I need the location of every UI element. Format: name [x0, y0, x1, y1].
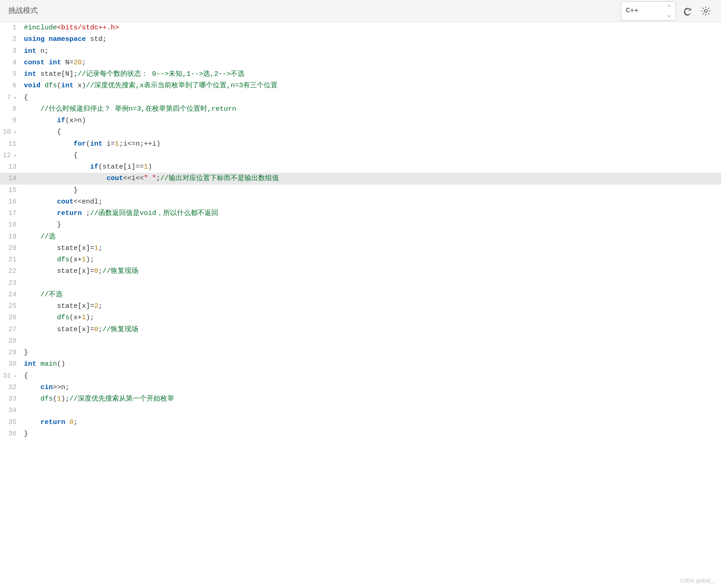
line-number: 14 — [0, 173, 22, 184]
table-row: 5int state[N];//记录每个数的状态： 0-->未知,1-->选,2… — [0, 68, 721, 80]
table-row: 3int n; — [0, 45, 721, 57]
line-content: } — [22, 347, 721, 358]
line-content: #include<bits/stdc++.h> — [22, 22, 721, 34]
settings-button[interactable] — [699, 4, 713, 18]
svg-point-0 — [704, 10, 707, 12]
table-row: 17 return ;//函数返回值是void，所以什么都不返回 — [0, 208, 721, 219]
line-number: 32 — [0, 382, 22, 393]
fold-arrow-icon[interactable]: ▾ — [11, 374, 17, 379]
language-label: C++ — [626, 7, 638, 15]
line-number: 7 ▾ — [0, 92, 22, 103]
line-content: //不选 — [22, 289, 721, 300]
line-content: for(int i=1;i<=n;++i) — [22, 138, 721, 150]
line-content: int state[N];//记录每个数的状态： 0-->未知,1-->选,2-… — [22, 68, 721, 80]
line-number: 15 — [0, 185, 22, 196]
line-number: 22 — [0, 266, 22, 277]
line-number: 34 — [0, 405, 22, 416]
table-row: 32 cin>>n; — [0, 382, 721, 393]
line-content: int n; — [22, 45, 721, 57]
line-number: 6 — [0, 80, 22, 91]
table-row: 12 ▾ { — [0, 150, 721, 161]
fold-arrow-icon[interactable]: ▾ — [11, 153, 17, 158]
line-content: if(state[i]==1) — [22, 161, 721, 173]
line-content — [22, 405, 721, 416]
line-number: 16 — [0, 196, 22, 208]
fold-arrow-icon[interactable]: ▾ — [11, 130, 17, 135]
line-number: 5 — [0, 68, 22, 80]
refresh-button[interactable] — [681, 4, 694, 18]
line-number: 28 — [0, 335, 22, 347]
table-row: 1#include<bits/stdc++.h> — [0, 22, 721, 34]
line-number: 9 — [0, 115, 22, 126]
line-number: 13 — [0, 161, 22, 173]
line-number: 36 — [0, 428, 22, 440]
line-number: 10 ▾ — [0, 126, 22, 138]
table-row: 22 state[x]=0;//恢复现场 — [0, 266, 721, 277]
chevron-icon: ⌃⌄ — [667, 4, 671, 18]
code-table: 1#include<bits/stdc++.h>2using namespace… — [0, 22, 721, 440]
line-number: 18 — [0, 219, 22, 231]
line-content: if(x>n) — [22, 115, 721, 126]
line-content: return 0; — [22, 417, 721, 428]
table-row: 10 ▾ { — [0, 126, 721, 138]
line-content: state[x]=0;//恢复现场 — [22, 266, 721, 277]
line-content: dfs(1);//深度优先搜索从第一个开始枚举 — [22, 393, 721, 405]
language-selector[interactable]: C++ ⌃⌄ — [621, 1, 676, 21]
table-row: 11 for(int i=1;i<=n;++i) — [0, 138, 721, 150]
table-row: 33 dfs(1);//深度优先搜索从第一个开始枚举 — [0, 393, 721, 405]
fold-arrow-icon[interactable]: ▾ — [11, 96, 17, 101]
line-content: state[x]=1; — [22, 243, 721, 254]
table-row: 19 //选 — [0, 231, 721, 243]
table-row: 35 return 0; — [0, 417, 721, 428]
settings-icon — [701, 6, 711, 16]
line-number: 12 ▾ — [0, 150, 22, 161]
table-row: 2using namespace std; — [0, 34, 721, 45]
line-number: 2 — [0, 34, 22, 45]
table-row: 34 — [0, 405, 721, 416]
table-row: 16 cout<<endl; — [0, 196, 721, 208]
table-row: 4const int N=20; — [0, 57, 721, 68]
table-row: 25 state[x]=2; — [0, 300, 721, 312]
table-row: 14 cout<<i<<" ";//输出对应位置下标而不是输出数组值 — [0, 173, 721, 184]
line-content: { — [22, 150, 721, 161]
table-row: 27 state[x]=0;//恢复现场 — [0, 324, 721, 335]
table-row: 18 } — [0, 219, 721, 231]
line-number: 26 — [0, 312, 22, 323]
table-row: 21 dfs(x+1); — [0, 254, 721, 266]
line-content: dfs(x+1); — [22, 254, 721, 266]
line-number: 17 — [0, 208, 22, 219]
line-content: { — [22, 92, 721, 103]
line-number: 35 — [0, 417, 22, 428]
line-number: 20 — [0, 243, 22, 254]
line-number: 33 — [0, 393, 22, 405]
line-number: 3 — [0, 45, 22, 57]
table-row: 24 //不选 — [0, 289, 721, 300]
line-content: using namespace std; — [22, 34, 721, 45]
line-content: { — [22, 126, 721, 138]
line-number: 27 — [0, 324, 22, 335]
line-content: } — [22, 219, 721, 231]
line-content: int main() — [22, 358, 721, 370]
line-number: 19 — [0, 231, 22, 243]
table-row: 26 dfs(x+1); — [0, 312, 721, 323]
line-number: 21 — [0, 254, 22, 266]
line-number: 31 ▾ — [0, 370, 22, 382]
table-row: 23 — [0, 277, 721, 289]
line-content: state[x]=2; — [22, 300, 721, 312]
table-row: 15 } — [0, 185, 721, 196]
line-content: return ;//函数返回值是void，所以什么都不返回 — [22, 208, 721, 219]
line-number: 1 — [0, 22, 22, 34]
code-editor[interactable]: 1#include<bits/stdc++.h>2using namespace… — [0, 22, 721, 440]
table-row: 8 //什么时候递归停止？ 举例n=3,在枚举第四个位置时,return — [0, 103, 721, 115]
line-content: } — [22, 428, 721, 440]
table-row: 30int main() — [0, 358, 721, 370]
table-row: 9 if(x>n) — [0, 115, 721, 126]
header-right: C++ ⌃⌄ — [621, 1, 713, 21]
line-content: } — [22, 185, 721, 196]
table-row: 36} — [0, 428, 721, 440]
line-content — [22, 277, 721, 289]
line-content: void dfs(int x)//深度优先搜索,x表示当前枚举到了哪个位置,n=… — [22, 80, 721, 91]
line-content: state[x]=0;//恢复现场 — [22, 324, 721, 335]
line-content: //选 — [22, 231, 721, 243]
table-row: 20 state[x]=1; — [0, 243, 721, 254]
